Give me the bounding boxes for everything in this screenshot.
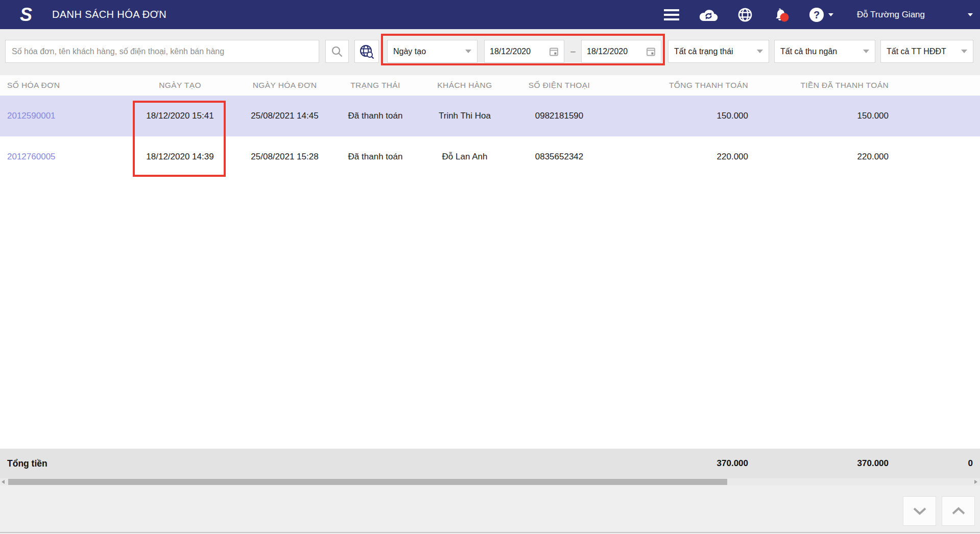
col-header-customer[interactable]: KHÁCH HÀNG [419, 81, 511, 90]
cell-created-at: 18/12/2020 14:39 [123, 152, 237, 162]
chevron-down-icon [465, 50, 471, 53]
horizontal-scrollbar[interactable] [0, 478, 980, 485]
help-menu[interactable]: ? [809, 0, 833, 29]
cell-phone: 0835652342 [511, 152, 608, 162]
sapo-logo-icon: S [19, 5, 34, 25]
col-header-status[interactable]: TRẠNG THÁI [332, 81, 419, 90]
globe-search-icon [359, 44, 374, 59]
cell-created-at: 18/12/2020 15:41 [123, 111, 237, 121]
filter-bar: Ngày tạo 18/12/2020 – 18/12/2020 Tất cả … [0, 29, 980, 75]
summary-total: 370.000 [608, 458, 748, 469]
chevron-down-icon [961, 50, 967, 53]
invoice-number-link[interactable]: 2012760005 [7, 152, 56, 161]
cell-total: 150.000 [608, 111, 748, 121]
date-from-value: 18/12/2020 [490, 47, 531, 56]
chevron-down-icon [863, 50, 869, 53]
bottom-band [0, 485, 980, 534]
cell-customer: Trinh Thi Hoa [419, 111, 511, 121]
summary-label: Tổng tiền [0, 458, 332, 469]
chevron-up-icon [951, 507, 966, 515]
invoice-number-link[interactable]: 2012590001 [7, 111, 56, 121]
cell-paid: 150.000 [748, 111, 889, 121]
help-icon: ? [809, 7, 824, 22]
cell-status: Đã thanh toán [332, 152, 419, 162]
search-button[interactable] [325, 40, 349, 63]
cell-invoice-date: 25/08/2021 15:28 [237, 152, 332, 162]
table-header: SỐ HÓA ĐƠN NGÀY TẠO NGÀY HÓA ĐƠN TRẠNG T… [0, 75, 980, 96]
globe-icon[interactable] [737, 0, 753, 29]
scroll-left-arrow-icon[interactable] [2, 480, 5, 484]
table-row[interactable]: 2012590001 18/12/2020 15:41 25/08/2021 1… [0, 96, 980, 136]
date-type-value: Ngày tạo [393, 47, 426, 56]
search-input[interactable] [5, 40, 319, 63]
top-bar: S DANH SÁCH HÓA ĐƠN [0, 0, 980, 29]
chevron-down-icon [913, 507, 927, 515]
einvoice-filter-select[interactable]: Tất cả TT HĐĐT [880, 40, 973, 63]
date-type-select[interactable]: Ngày tạo [387, 40, 477, 63]
cell-phone: 0982181590 [511, 111, 608, 121]
summary-extra: 0 [889, 458, 980, 469]
menu-icon[interactable] [664, 0, 679, 29]
cell-invoice-date: 25/08/2021 14:45 [237, 111, 332, 121]
cell-status: Đã thanh toán [332, 111, 419, 121]
calendar-icon [549, 47, 559, 56]
cell-customer: Đỗ Lan Anh [419, 152, 511, 162]
user-menu-caret-icon[interactable] [968, 13, 973, 16]
svg-text:S: S [20, 5, 32, 25]
scroll-right-arrow-icon[interactable] [974, 480, 977, 484]
bottom-divider [0, 532, 980, 533]
einvoice-filter-value: Tất cả TT HĐĐT [887, 47, 946, 56]
topbar-actions: ? Đỗ Trường Giang [664, 0, 980, 29]
col-header-phone[interactable]: SỐ ĐIỆN THOẠI [511, 81, 608, 90]
summary-paid: 370.000 [748, 458, 889, 469]
date-from-input[interactable]: 18/12/2020 [484, 40, 564, 63]
cloud-sync-icon[interactable] [699, 0, 718, 29]
scroll-down-button[interactable] [903, 496, 936, 526]
calendar-icon [647, 47, 656, 56]
help-caret-icon [828, 13, 833, 16]
col-header-total[interactable]: TỔNG THANH TOÁN [608, 81, 748, 90]
table-row[interactable]: 2012760005 18/12/2020 14:39 25/08/2021 1… [0, 136, 980, 177]
date-range-separator: – [566, 40, 580, 63]
status-filter-value: Tất cả trạng thái [674, 47, 733, 56]
date-to-input[interactable]: 18/12/2020 [581, 40, 661, 63]
status-filter-select[interactable]: Tất cả trạng thái [668, 40, 769, 63]
col-header-created-at[interactable]: NGÀY TẠO [123, 81, 237, 90]
cashier-filter-select[interactable]: Tất cả thu ngân [774, 40, 875, 63]
user-name[interactable]: Đỗ Trường Giang [857, 10, 925, 20]
summary-bar: Tổng tiền 370.000 370.000 0 [0, 449, 980, 478]
col-header-paid[interactable]: TIỀN ĐÃ THANH TOÁN [748, 81, 889, 90]
search-icon [331, 45, 343, 58]
scroll-up-button[interactable] [942, 496, 975, 526]
web-search-button[interactable] [354, 40, 379, 63]
svg-text:?: ? [814, 9, 820, 20]
app-logo[interactable]: S [17, 4, 36, 26]
scrollbar-thumb[interactable] [8, 479, 727, 485]
cell-total: 220.000 [608, 152, 748, 162]
notifications-bell-icon[interactable] [772, 0, 790, 29]
page-title: DANH SÁCH HÓA ĐƠN [52, 9, 166, 20]
date-to-value: 18/12/2020 [587, 47, 628, 56]
cell-paid: 220.000 [748, 152, 889, 162]
col-header-invoice-date[interactable]: NGÀY HÓA ĐƠN [237, 81, 332, 90]
cashier-filter-value: Tất cả thu ngân [780, 47, 837, 56]
chevron-down-icon [757, 50, 763, 53]
col-header-invoice-no[interactable]: SỐ HÓA ĐƠN [0, 81, 123, 90]
